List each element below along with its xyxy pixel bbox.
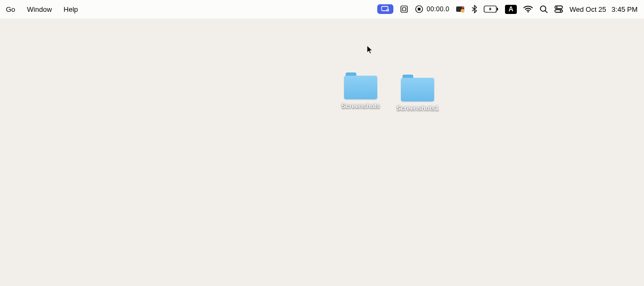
folder-label: Screenshots: [341, 102, 380, 110]
svg-point-2: [387, 9, 389, 10]
record-stop-icon: [415, 5, 423, 13]
svg-point-9: [462, 6, 464, 9]
cursor-pointer-icon: [367, 45, 374, 55]
input-source-icon[interactable]: A: [505, 4, 517, 14]
control-center-icon[interactable]: [554, 4, 563, 14]
svg-point-8: [461, 9, 465, 13]
folder-label: Screenshots1: [397, 105, 439, 112]
svg-point-18: [560, 10, 561, 12]
svg-rect-15: [555, 6, 562, 9]
menubar-left: Go Window Help: [0, 3, 84, 16]
stage-manager-icon[interactable]: [400, 4, 408, 14]
svg-rect-6: [418, 8, 421, 11]
svg-point-12: [528, 11, 529, 12]
timer-text: 00:00.0: [427, 5, 449, 13]
folder-icon: [344, 72, 377, 99]
svg-point-16: [556, 6, 558, 8]
folder-screenshots1[interactable]: Screenshots1: [393, 75, 442, 112]
folder-screenshots[interactable]: Screenshots: [336, 72, 385, 110]
datetime[interactable]: Wed Oct 25 3:45 PM: [569, 5, 638, 13]
menu-help[interactable]: Help: [58, 3, 84, 16]
time-text: 3:45 PM: [612, 5, 638, 13]
svg-line-14: [545, 11, 547, 13]
spotlight-search-icon[interactable]: [539, 4, 548, 14]
battery-icon[interactable]: [484, 4, 499, 14]
folder-icon: [401, 75, 434, 101]
menu-window[interactable]: Window: [21, 3, 57, 16]
desktop[interactable]: Screenshots Screenshots1: [0, 19, 644, 286]
date-text: Wed Oct 25: [569, 5, 606, 13]
screen-record-timer[interactable]: 00:00.0: [415, 5, 449, 13]
bluetooth-icon[interactable]: [472, 4, 477, 14]
menu-go[interactable]: Go: [0, 3, 21, 16]
svg-rect-17: [555, 10, 562, 12]
svg-rect-4: [402, 8, 406, 11]
menubar-right: 00:00.0 A: [377, 4, 638, 14]
svg-rect-11: [497, 8, 498, 11]
menubar: Go Window Help: [0, 0, 644, 19]
svg-rect-3: [401, 6, 407, 12]
wifi-icon[interactable]: [523, 4, 533, 14]
screen-mirroring-icon[interactable]: [377, 4, 393, 14]
app-tray-icon[interactable]: [456, 4, 465, 14]
